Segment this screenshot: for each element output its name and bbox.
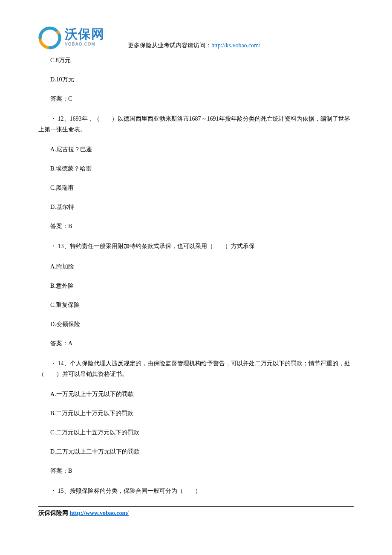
footer-link[interactable]: http://www.vobao.com/ xyxy=(70,510,129,516)
question-14: ・ 14、个人保险代理人违反规定的，由保险监督管理机构给予警告，可以并处二万元以… xyxy=(38,358,354,379)
q12-option-c: C.黑瑞甫 xyxy=(38,183,354,192)
q14-answer: 答案：B xyxy=(38,466,354,475)
q14-option-b: B.二万元以上十万元以下的罚款 xyxy=(38,409,354,418)
question-12: ・ 12、1693年，（ ）以德国西里西亚勃来斯洛市1687～1691年按年龄分… xyxy=(38,113,354,135)
q13-option-a: A.附加险 xyxy=(38,262,354,271)
q14-option-a: A.一万元以上十万元以下的罚款 xyxy=(38,390,354,399)
header-divider xyxy=(38,53,354,53)
page-container: 沃保网 VOBAO.COM 更多保险从业考试内容请访问：http://ks.vo… xyxy=(0,0,392,530)
q13-answer: 答案：A xyxy=(38,339,354,348)
content-body: C.8万元 D.10万元 答案：C ・ 12、1693年，（ ）以德国西里西亚勃… xyxy=(38,56,354,496)
page-header: 沃保网 VOBAO.COM 更多保险从业考试内容请访问：http://ks.vo… xyxy=(38,26,354,51)
question-13: ・ 13、特约责任一般采用附加特约条款式承保，也可以采用（ ）方式承保 xyxy=(38,241,354,251)
q12-answer: 答案：B xyxy=(38,222,354,231)
question-15: ・ 15、按照保险标的分类，保险合同一般可分为（ ） xyxy=(38,486,354,496)
page-footer: 沃保保险网 http://www.vobao.com/ xyxy=(38,509,354,517)
q12-option-d: D.基尔特 xyxy=(38,202,354,211)
logo-text: 沃保网 xyxy=(65,26,104,43)
q13-option-b: B.意外险 xyxy=(38,281,354,290)
q14-option-c: C.二万元以上十五万元以下的罚款 xyxy=(38,428,354,437)
q12-option-a: A.尼古拉？巴蓬 xyxy=(38,145,354,154)
prev-option-d: D.10万元 xyxy=(38,75,354,84)
logo-swirl-icon xyxy=(38,26,61,49)
footer-divider xyxy=(38,506,354,507)
prev-option-c: C.8万元 xyxy=(38,56,354,65)
q13-option-d: D.变额保险 xyxy=(38,320,354,329)
q12-option-b: B.埃德蒙？哈雷 xyxy=(38,164,354,173)
prev-answer: 答案：C xyxy=(38,94,354,103)
footer-label: 沃保保险网 xyxy=(38,510,70,516)
logo-subtext: VOBAO.COM xyxy=(65,42,95,46)
site-logo: 沃保网 VOBAO.COM xyxy=(38,26,124,51)
header-link[interactable]: http://ks.vobao.com/ xyxy=(211,42,260,49)
q14-option-d: D.二万元以上二十万元以下的罚款 xyxy=(38,447,354,456)
header-lead-text: 更多保险从业考试内容请访问： xyxy=(128,42,211,49)
q13-option-c: C.重复保险 xyxy=(38,301,354,309)
header-right: 更多保险从业考试内容请访问：http://ks.vobao.com/ xyxy=(124,42,354,51)
svg-point-0 xyxy=(56,31,60,34)
